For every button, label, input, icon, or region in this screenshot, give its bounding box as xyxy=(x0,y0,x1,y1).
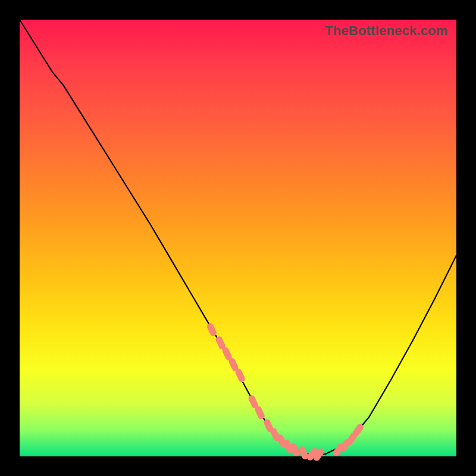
marker-dot xyxy=(280,438,283,444)
marker-dot xyxy=(343,443,347,449)
marker-dot xyxy=(267,422,270,429)
bottleneck-curve-line xyxy=(20,20,456,454)
marker-dot xyxy=(287,443,290,450)
chart-overlay-svg xyxy=(20,20,456,456)
gradient-plot-area: TheBottleneck.com xyxy=(20,20,456,456)
marker-dot xyxy=(219,340,222,346)
marker-cluster-group xyxy=(210,327,360,458)
marker-dot xyxy=(349,436,353,442)
marker-dot xyxy=(356,427,360,433)
marker-dot xyxy=(293,447,296,453)
marker-dot xyxy=(226,350,228,357)
marker-dot xyxy=(239,372,242,379)
marker-dot xyxy=(210,327,213,333)
marker-dot xyxy=(258,409,261,416)
marker-dot xyxy=(252,399,255,405)
chart-frame: TheBottleneck.com xyxy=(0,0,476,476)
marker-dot xyxy=(302,450,305,456)
marker-dot xyxy=(317,452,321,458)
marker-dot xyxy=(232,361,235,368)
marker-dot xyxy=(310,451,314,457)
marker-dot xyxy=(274,431,277,438)
